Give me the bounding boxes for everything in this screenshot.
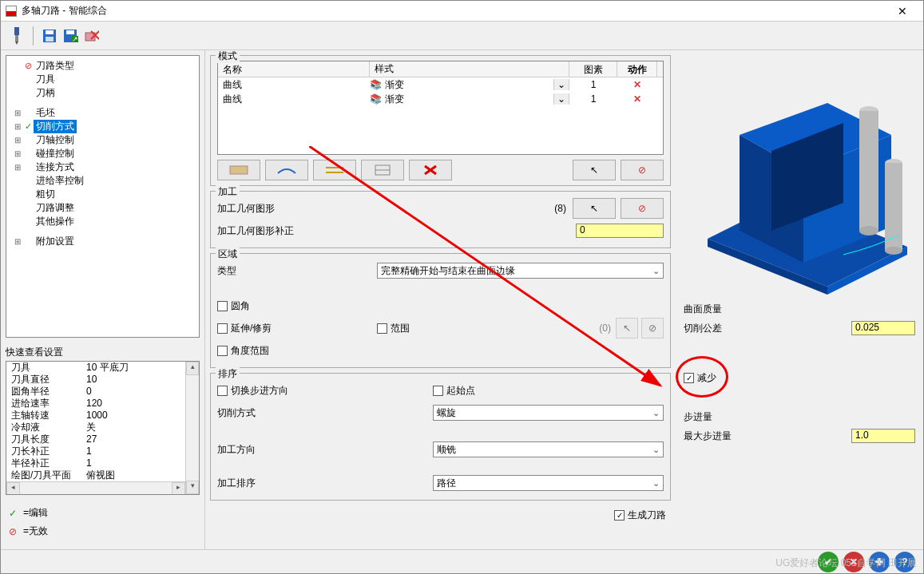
svg-rect-7 <box>66 30 74 34</box>
machining-title: 加工 <box>216 185 240 199</box>
cancel-button[interactable]: ✕ <box>843 552 864 572</box>
app-icon <box>6 6 17 17</box>
comp-label: 加工几何图形补正 <box>217 224 377 238</box>
range-clear-button: ⊘ <box>641 318 664 338</box>
mode-btn-delete[interactable] <box>409 160 452 180</box>
close-button[interactable]: ✕ <box>886 5 918 18</box>
mode-btn-4[interactable] <box>361 160 404 180</box>
svg-rect-5 <box>46 37 54 42</box>
main-toolbar: ↗ <box>1 22 923 50</box>
tree-item[interactable]: 刀路调整 <box>6 201 199 215</box>
mode-row[interactable]: 曲线 📚渐变 ⌄ 1 ✕ <box>218 92 663 106</box>
legend-edit: =编辑 <box>23 506 48 520</box>
tree-item[interactable]: 粗切 <box>6 188 199 201</box>
comp-input[interactable]: 0 <box>576 224 664 238</box>
clear-geom-button[interactable]: ⊘ <box>621 198 664 219</box>
legend-invalid: =无效 <box>23 525 48 538</box>
ok-button[interactable]: ✔ <box>818 552 839 572</box>
tree-item-cutmethod[interactable]: ⊞切削方式 <box>6 120 199 133</box>
range-select-button: ↖ <box>616 318 638 338</box>
mode-row[interactable]: 曲线 📚渐变 ⌄ 1 ✕ <box>218 77 663 92</box>
delete-icon[interactable] <box>81 26 101 46</box>
direction-select[interactable]: 顺铣 <box>433 441 664 457</box>
order-label: 加工排序 <box>217 477 433 490</box>
maxstep-input[interactable]: 1.0 <box>851 429 915 443</box>
dropdown-icon[interactable]: ⌄ <box>553 79 569 90</box>
select-arrow-icon[interactable]: ↖ <box>573 160 616 180</box>
direction-label: 加工方向 <box>217 443 433 457</box>
save-icon[interactable] <box>40 26 59 46</box>
sort-title: 排序 <box>216 367 240 381</box>
region-type-label: 类型 <box>217 264 377 278</box>
mode-btn-1[interactable] <box>217 160 260 180</box>
tree-item[interactable]: 刀具 <box>6 73 199 86</box>
startpoint-checkbox[interactable]: 起始点 <box>433 384 475 398</box>
svg-rect-4 <box>46 30 54 34</box>
cutmethod-select[interactable]: 螺旋 <box>433 405 664 421</box>
tree-item[interactable]: ⊞毛坯 <box>6 106 199 120</box>
tree-item[interactable]: ⊞碰撞控制 <box>6 147 199 160</box>
apply-button[interactable]: ✚ <box>869 552 890 572</box>
quickview-title: 快速查看设置 <box>6 346 200 359</box>
generate-path-checkbox[interactable]: ✓生成刀路 <box>614 509 666 522</box>
svg-rect-29 <box>859 111 878 231</box>
window-title: 多轴刀路 - 智能综合 <box>22 4 886 18</box>
annotation-circle <box>676 356 728 398</box>
tree-item[interactable]: 进给率控制 <box>6 174 199 188</box>
svg-rect-13 <box>230 166 248 174</box>
order-select[interactable]: 路径 <box>433 475 664 491</box>
anglerange-checkbox[interactable]: 角度范围 <box>217 344 269 358</box>
help-button[interactable]: ? <box>894 552 915 572</box>
cutmethod-label: 切削方式 <box>217 406 433 420</box>
tolerance-input[interactable]: 0.025 <box>851 321 915 335</box>
svg-marker-2 <box>15 42 18 45</box>
geom-label: 加工几何图形 <box>217 202 377 216</box>
svg-point-33 <box>885 247 902 255</box>
step-title: 步进量 <box>684 410 915 424</box>
range-count: (0) <box>599 323 611 334</box>
extend-checkbox[interactable]: 延伸/修剪 <box>217 322 377 335</box>
mode-title: 模式 <box>216 50 240 63</box>
fillet-checkbox[interactable]: 圆角 <box>217 299 250 313</box>
clear-select-icon[interactable]: ⊘ <box>621 160 664 180</box>
operation-tree[interactable]: 刀路类型 刀具 刀柄 ⊞毛坯 ⊞切削方式 ⊞刀轴控制 ⊞碰撞控制 ⊞连接方式 进… <box>6 55 200 338</box>
delete-row-icon[interactable]: ✕ <box>617 93 657 105</box>
tree-item[interactable]: ⊞连接方式 <box>6 160 199 174</box>
maxstep-label: 最大步进量 <box>684 430 851 443</box>
mode-table: 名称 样式 图素 动作 曲线 📚渐变 ⌄ 1 ✕ <box>217 61 664 155</box>
mode-btn-2[interactable] <box>265 160 308 180</box>
svg-text:↗: ↗ <box>72 35 78 43</box>
flip-checkbox[interactable]: 切换步进方向 <box>217 384 433 398</box>
select-geom-button[interactable]: ↖ <box>573 198 616 219</box>
quality-title: 曲面质量 <box>684 303 915 316</box>
quickview-table: 刀具10 平底刀 刀具直径10 圆角半径0 进给速率120 主轴转速1000 冷… <box>6 362 185 494</box>
geom-count: (8) <box>554 203 566 214</box>
tree-item[interactable]: 其他操作 <box>6 215 199 228</box>
mode-btn-3[interactable] <box>313 160 356 180</box>
tree-item[interactable]: ⊞刀轴控制 <box>6 133 199 147</box>
tool-icon[interactable] <box>7 26 26 46</box>
svg-point-30 <box>859 226 878 236</box>
model-viewport[interactable] <box>684 55 915 295</box>
tolerance-label: 切削公差 <box>684 322 851 335</box>
tree-item[interactable]: 刀路类型 <box>6 59 199 73</box>
svg-rect-1 <box>15 35 18 42</box>
range-checkbox[interactable]: 范围 <box>377 322 410 335</box>
svg-rect-0 <box>14 27 19 35</box>
tree-item[interactable]: ⊞附加设置 <box>6 235 199 248</box>
region-title: 区域 <box>216 247 240 261</box>
scrollbar[interactable]: ▴▾ <box>185 362 199 494</box>
save-green-icon[interactable]: ↗ <box>61 26 80 46</box>
dropdown-icon[interactable]: ⌄ <box>553 93 569 105</box>
tree-item[interactable]: 刀柄 <box>6 86 199 100</box>
delete-row-icon[interactable]: ✕ <box>617 79 657 90</box>
region-type-select[interactable]: 完整精确开始与结束在曲面边缘 <box>377 263 664 279</box>
